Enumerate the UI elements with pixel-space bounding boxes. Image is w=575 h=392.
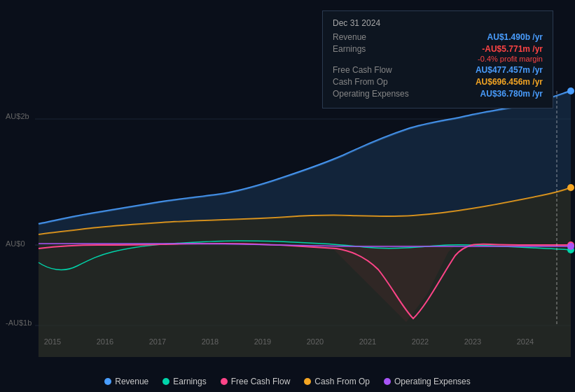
legend-opex-dot bbox=[384, 378, 391, 385]
svg-point-14 bbox=[567, 88, 574, 94]
legend-earnings-dot bbox=[162, 378, 169, 385]
svg-text:2021: 2021 bbox=[359, 337, 376, 346]
tooltip-cashop-value: AU$696.456m /yr bbox=[476, 77, 543, 87]
legend-earnings-label: Earnings bbox=[173, 377, 206, 386]
tooltip-opex-row: Operating Expenses AU$36.780m /yr bbox=[333, 89, 543, 99]
tooltip-revenue-value: AU$1.490b /yr bbox=[487, 32, 543, 42]
tooltip-earnings-value: -AU$5.771m /yr bbox=[482, 44, 543, 54]
svg-text:2020: 2020 bbox=[307, 337, 324, 346]
legend-opex[interactable]: Operating Expenses bbox=[384, 377, 471, 386]
svg-text:2019: 2019 bbox=[254, 337, 271, 346]
tooltip-earnings-row: Earnings -AU$5.771m /yr bbox=[333, 44, 543, 54]
svg-text:2024: 2024 bbox=[517, 337, 534, 346]
tooltip-cashop-label: Cash From Op bbox=[333, 77, 424, 87]
legend-opex-label: Operating Expenses bbox=[394, 377, 471, 386]
svg-text:2022: 2022 bbox=[412, 337, 429, 346]
tooltip-opex-label: Operating Expenses bbox=[333, 89, 424, 99]
svg-text:2023: 2023 bbox=[464, 337, 481, 346]
svg-point-18 bbox=[567, 243, 574, 250]
tooltip-fcf-label: Free Cash Flow bbox=[333, 65, 424, 75]
tooltip-revenue-row: Revenue AU$1.490b /yr bbox=[333, 32, 543, 42]
tooltip-earnings-label: Earnings bbox=[333, 44, 424, 54]
svg-text:2015: 2015 bbox=[44, 337, 61, 346]
legend-revenue[interactable]: Revenue bbox=[104, 377, 148, 386]
legend-revenue-label: Revenue bbox=[115, 377, 148, 386]
tooltip-panel: Dec 31 2024 Revenue AU$1.490b /yr Earnin… bbox=[322, 10, 553, 108]
legend-fcf-dot bbox=[221, 378, 228, 385]
svg-text:2017: 2017 bbox=[149, 337, 166, 346]
svg-point-15 bbox=[567, 184, 574, 191]
legend-revenue-dot bbox=[104, 378, 111, 385]
tooltip-date: Dec 31 2024 bbox=[333, 18, 543, 28]
legend-cashop-dot bbox=[304, 378, 311, 385]
legend-cashop-label: Cash From Op bbox=[314, 377, 370, 386]
tooltip-revenue-label: Revenue bbox=[333, 32, 424, 42]
chart-legend: Revenue Earnings Free Cash Flow Cash Fro… bbox=[0, 377, 575, 386]
tooltip-opex-value: AU$36.780m /yr bbox=[480, 89, 543, 99]
tooltip-profit-margin: -0.4% profit margin bbox=[333, 55, 543, 63]
legend-earnings[interactable]: Earnings bbox=[162, 377, 206, 386]
legend-fcf-label: Free Cash Flow bbox=[231, 377, 291, 386]
svg-text:2016: 2016 bbox=[97, 337, 113, 346]
tooltip-fcf-row: Free Cash Flow AU$477.457m /yr bbox=[333, 65, 543, 75]
legend-cashop[interactable]: Cash From Op bbox=[304, 377, 370, 386]
tooltip-fcf-value: AU$477.457m /yr bbox=[476, 65, 543, 75]
legend-fcf[interactable]: Free Cash Flow bbox=[221, 377, 291, 386]
tooltip-cashop-row: Cash From Op AU$696.456m /yr bbox=[333, 77, 543, 87]
svg-text:2018: 2018 bbox=[202, 337, 219, 346]
